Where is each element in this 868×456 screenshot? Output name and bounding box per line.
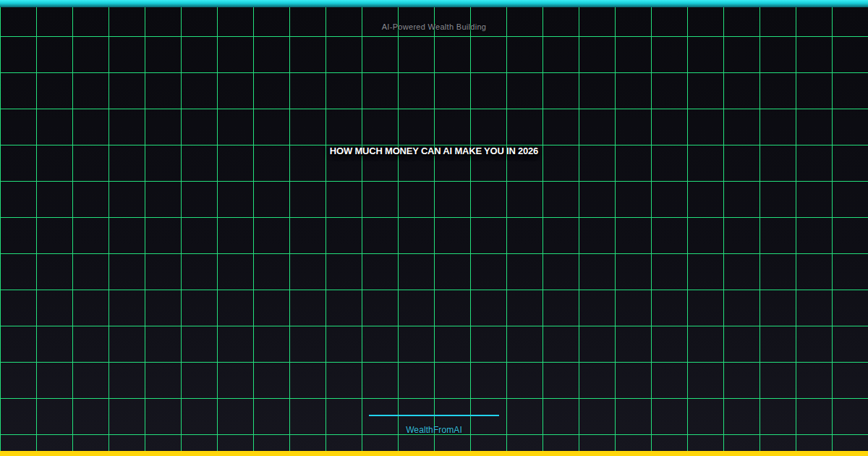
brand-label: WealthFromAI bbox=[0, 425, 868, 435]
divider-line bbox=[369, 415, 499, 416]
eyebrow-text: AI-Powered Wealth Building bbox=[0, 22, 868, 31]
banner-canvas: AI-Powered Wealth Building HOW MUCH MONE… bbox=[0, 0, 868, 456]
top-accent-bar bbox=[0, 0, 868, 7]
bottom-accent-bar bbox=[0, 451, 868, 456]
page-title: HOW MUCH MONEY CAN AI MAKE YOU IN 2026 bbox=[0, 145, 868, 156]
